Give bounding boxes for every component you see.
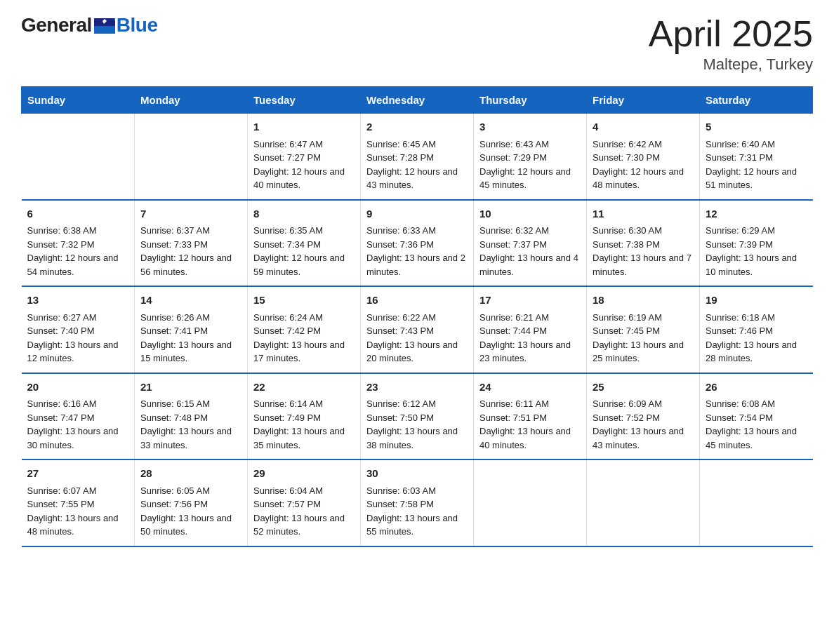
day-number: 5 <box>706 119 807 135</box>
day-daylight: Daylight: 13 hours and 12 minutes. <box>27 340 119 364</box>
day-daylight: Daylight: 13 hours and 17 minutes. <box>253 340 345 364</box>
day-sunrise: Sunrise: 6:08 AM <box>706 398 775 409</box>
col-sunday: Sunday <box>22 87 135 114</box>
day-daylight: Daylight: 12 hours and 59 minutes. <box>253 253 345 277</box>
day-number: 13 <box>27 293 129 309</box>
day-daylight: Daylight: 13 hours and 10 minutes. <box>706 253 797 277</box>
col-wednesday: Wednesday <box>361 87 474 114</box>
day-number: 15 <box>253 293 355 309</box>
logo: General Blue <box>21 14 157 36</box>
calendar-day-cell: 16 Sunrise: 6:22 AM Sunset: 7:43 PM Dayl… <box>361 286 474 373</box>
day-daylight: Daylight: 12 hours and 48 minutes. <box>593 166 684 191</box>
day-sunrise: Sunrise: 6:05 AM <box>140 485 210 496</box>
day-sunrise: Sunrise: 6:12 AM <box>366 398 436 409</box>
calendar-day-cell <box>22 114 135 200</box>
calendar-day-cell <box>587 459 700 546</box>
day-sunset: Sunset: 7:56 PM <box>140 499 208 509</box>
day-daylight: Daylight: 13 hours and 20 minutes. <box>366 340 458 364</box>
calendar-day-cell: 21 Sunrise: 6:15 AM Sunset: 7:48 PM Dayl… <box>135 373 248 460</box>
day-sunset: Sunset: 7:54 PM <box>706 412 773 423</box>
day-sunrise: Sunrise: 6:32 AM <box>479 225 549 236</box>
calendar-week-row: 6 Sunrise: 6:38 AM Sunset: 7:32 PM Dayli… <box>22 200 813 287</box>
calendar-week-row: 20 Sunrise: 6:16 AM Sunset: 7:47 PM Dayl… <box>22 373 813 460</box>
calendar-day-cell: 5 Sunrise: 6:40 AM Sunset: 7:31 PM Dayli… <box>700 114 813 200</box>
calendar-day-cell: 11 Sunrise: 6:30 AM Sunset: 7:38 PM Dayl… <box>587 200 700 287</box>
col-friday: Friday <box>587 87 700 114</box>
calendar-day-cell: 1 Sunrise: 6:47 AM Sunset: 7:27 PM Dayli… <box>248 114 361 200</box>
calendar-day-cell: 20 Sunrise: 6:16 AM Sunset: 7:47 PM Dayl… <box>22 373 135 460</box>
day-sunrise: Sunrise: 6:27 AM <box>27 312 97 323</box>
calendar-day-cell: 3 Sunrise: 6:43 AM Sunset: 7:29 PM Dayli… <box>474 114 587 200</box>
day-number: 24 <box>479 380 581 396</box>
day-sunrise: Sunrise: 6:26 AM <box>140 312 210 323</box>
day-number: 6 <box>27 206 129 222</box>
day-sunset: Sunset: 7:45 PM <box>593 326 660 336</box>
col-monday: Monday <box>135 87 248 114</box>
day-sunset: Sunset: 7:32 PM <box>27 239 95 250</box>
day-daylight: Daylight: 13 hours and 52 minutes. <box>253 513 345 537</box>
day-sunrise: Sunrise: 6:37 AM <box>140 225 210 236</box>
day-sunset: Sunset: 7:40 PM <box>27 326 95 336</box>
day-number: 19 <box>706 293 807 309</box>
day-number: 14 <box>140 293 241 309</box>
day-daylight: Daylight: 12 hours and 54 minutes. <box>27 253 119 277</box>
day-sunrise: Sunrise: 6:04 AM <box>253 485 323 496</box>
calendar-day-cell: 18 Sunrise: 6:19 AM Sunset: 7:45 PM Dayl… <box>587 286 700 373</box>
day-daylight: Daylight: 13 hours and 2 minutes. <box>366 253 465 277</box>
day-sunset: Sunset: 7:46 PM <box>706 326 773 336</box>
day-sunset: Sunset: 7:27 PM <box>253 152 321 163</box>
day-number: 7 <box>140 206 241 222</box>
day-sunrise: Sunrise: 6:15 AM <box>140 398 210 409</box>
calendar-day-cell: 7 Sunrise: 6:37 AM Sunset: 7:33 PM Dayli… <box>135 200 248 287</box>
day-sunrise: Sunrise: 6:33 AM <box>366 225 436 236</box>
day-number: 27 <box>27 466 129 482</box>
day-number: 29 <box>253 466 355 482</box>
logo-general-text: General <box>21 14 92 36</box>
day-number: 30 <box>366 466 468 482</box>
day-sunset: Sunset: 7:58 PM <box>366 499 434 509</box>
day-daylight: Daylight: 13 hours and 43 minutes. <box>593 426 684 450</box>
day-number: 26 <box>706 380 807 396</box>
day-sunset: Sunset: 7:39 PM <box>706 239 773 250</box>
day-sunset: Sunset: 7:28 PM <box>366 152 434 163</box>
day-sunset: Sunset: 7:42 PM <box>253 326 321 336</box>
day-daylight: Daylight: 13 hours and 50 minutes. <box>140 513 232 537</box>
day-number: 8 <box>253 206 355 222</box>
calendar-title: April 2025 <box>649 14 813 54</box>
day-sunrise: Sunrise: 6:11 AM <box>479 398 549 409</box>
calendar-day-cell: 19 Sunrise: 6:18 AM Sunset: 7:46 PM Dayl… <box>700 286 813 373</box>
day-sunset: Sunset: 7:52 PM <box>593 412 660 423</box>
calendar-day-cell: 10 Sunrise: 6:32 AM Sunset: 7:37 PM Dayl… <box>474 200 587 287</box>
day-sunset: Sunset: 7:29 PM <box>479 152 547 163</box>
day-sunset: Sunset: 7:57 PM <box>253 499 321 509</box>
calendar-day-cell: 24 Sunrise: 6:11 AM Sunset: 7:51 PM Dayl… <box>474 373 587 460</box>
logo-blue-text: Blue <box>117 14 158 36</box>
calendar-week-row: 1 Sunrise: 6:47 AM Sunset: 7:27 PM Dayli… <box>22 114 813 200</box>
day-sunset: Sunset: 7:31 PM <box>706 152 773 163</box>
day-number: 2 <box>366 119 468 135</box>
day-sunset: Sunset: 7:34 PM <box>253 239 321 250</box>
day-sunrise: Sunrise: 6:40 AM <box>706 139 775 149</box>
day-sunrise: Sunrise: 6:09 AM <box>593 398 662 409</box>
calendar-day-cell: 4 Sunrise: 6:42 AM Sunset: 7:30 PM Dayli… <box>587 114 700 200</box>
day-daylight: Daylight: 12 hours and 43 minutes. <box>366 166 458 191</box>
day-number: 10 <box>479 206 581 222</box>
day-daylight: Daylight: 13 hours and 28 minutes. <box>706 340 797 364</box>
day-sunrise: Sunrise: 6:22 AM <box>366 312 436 323</box>
logo-flag-icon <box>94 18 115 34</box>
calendar-day-cell: 25 Sunrise: 6:09 AM Sunset: 7:52 PM Dayl… <box>587 373 700 460</box>
calendar-day-cell: 22 Sunrise: 6:14 AM Sunset: 7:49 PM Dayl… <box>248 373 361 460</box>
calendar-header-row: Sunday Monday Tuesday Wednesday Thursday… <box>22 87 813 114</box>
day-sunset: Sunset: 7:41 PM <box>140 326 208 336</box>
day-number: 4 <box>593 119 694 135</box>
day-number: 17 <box>479 293 581 309</box>
day-number: 18 <box>593 293 694 309</box>
title-block: April 2025 Maltepe, Turkey <box>649 14 813 74</box>
day-number: 21 <box>140 380 241 396</box>
day-sunset: Sunset: 7:50 PM <box>366 412 434 423</box>
day-sunrise: Sunrise: 6:47 AM <box>253 139 323 149</box>
day-daylight: Daylight: 13 hours and 4 minutes. <box>479 253 578 277</box>
day-sunset: Sunset: 7:38 PM <box>593 239 660 250</box>
day-sunset: Sunset: 7:44 PM <box>479 326 547 336</box>
day-number: 9 <box>366 206 468 222</box>
